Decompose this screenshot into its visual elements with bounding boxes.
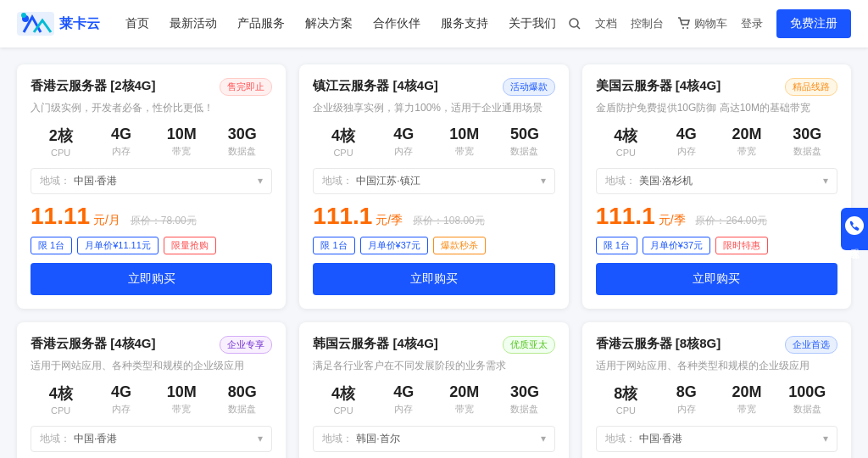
spec-item: 100G 数据盘 <box>777 383 837 416</box>
logo[interactable]: 莱卡云 <box>17 8 100 39</box>
chevron-down-icon: ▾ <box>258 175 263 187</box>
spec-value: 20M <box>716 383 776 401</box>
spec-value: 2核 <box>31 126 91 146</box>
region-label: 地域：韩国·首尔 <box>322 432 399 446</box>
price-area: 111.1 元/季 原价：264.00元 <box>596 203 837 230</box>
region-select[interactable]: 地域：韩国·首尔 ▾ <box>313 426 554 452</box>
docs-link[interactable]: 文档 <box>595 16 617 31</box>
spec-item: 4核 CPU <box>313 126 373 158</box>
chevron-down-icon: ▾ <box>541 175 546 187</box>
spec-value: 10M <box>434 126 494 143</box>
tag: 限 1台 <box>31 237 72 254</box>
register-button[interactable]: 免费注册 <box>776 9 851 38</box>
region-select[interactable]: 地域：美国·洛杉机 ▾ <box>596 168 837 194</box>
login-link[interactable]: 登录 <box>741 16 763 31</box>
region-select[interactable]: 地域：中国·香港 ▾ <box>31 168 272 194</box>
price-unit: 元/季 <box>376 213 403 226</box>
cart-icon-wrap[interactable]: 购物车 <box>677 16 727 31</box>
tag: 月单价¥37元 <box>360 237 428 254</box>
card-desc: 适用于网站应用、各种类型和规模的企业级应用 <box>596 359 837 373</box>
region-select[interactable]: 地域：中国·香港 ▾ <box>596 426 837 452</box>
nav-solutions[interactable]: 解决方案 <box>305 16 353 31</box>
card-badge: 精品线路 <box>785 78 837 96</box>
spec-label: 内存 <box>374 403 434 416</box>
spec-item: 4核 CPU <box>313 383 373 416</box>
spec-label: 带宽 <box>152 145 212 158</box>
card-title: 美国云服务器 [4核4G] <box>596 78 721 94</box>
spec-label: 内存 <box>656 145 716 158</box>
spec-value: 30G <box>212 126 272 143</box>
nav-partners[interactable]: 合作伙伴 <box>373 16 420 31</box>
nav-support[interactable]: 服务支持 <box>441 16 488 31</box>
header-right: 文档 控制台 购物车 登录 免费注册 <box>568 9 851 38</box>
tag: 限时特惠 <box>715 237 768 254</box>
spec-label: 带宽 <box>716 403 776 416</box>
nav-products[interactable]: 产品服务 <box>237 16 285 31</box>
specs-row: 2核 CPU 4G 内存 10M 带宽 30G 数据盘 <box>31 126 272 158</box>
nav-about[interactable]: 关于我们 <box>509 16 556 31</box>
chevron-down-icon: ▾ <box>541 433 546 444</box>
console-link[interactable]: 控制台 <box>631 16 664 31</box>
card-desc: 适用于网站应用、各种类型和规模的企业级应用 <box>31 359 272 373</box>
product-card-1: 香港云服务器 [2核4G]售完即止入门级实例，开发者必备，性价比更低！ 2核 C… <box>17 64 286 309</box>
header: 莱卡云 首页 最新活动 产品服务 解决方案 合作伙伴 服务支持 关于我们 文档 … <box>0 0 868 47</box>
spec-value: 10M <box>152 126 212 143</box>
spec-item: 50G 数据盘 <box>494 126 554 158</box>
logo-icon <box>17 8 54 39</box>
spec-value: 10M <box>152 383 212 401</box>
card-desc: 满足各行业客户在不同发展阶段的业务需求 <box>313 359 554 373</box>
spec-value: 4G <box>91 383 151 401</box>
spec-value: 4核 <box>31 383 91 404</box>
spec-item: 80G 数据盘 <box>212 383 272 416</box>
specs-row: 4核 CPU 4G 内存 20M 带宽 30G 数据盘 <box>313 383 554 416</box>
spec-label: CPU <box>596 405 656 416</box>
svg-point-2 <box>21 13 26 18</box>
spec-item: 4G 内存 <box>656 126 716 158</box>
buy-button[interactable]: 立即购买 <box>313 263 554 295</box>
cards-grid: 香港云服务器 [2核4G]售完即止入门级实例，开发者必备，性价比更低！ 2核 C… <box>17 64 851 458</box>
card-badge: 优质亚太 <box>503 336 555 354</box>
spec-item: 4核 CPU <box>596 126 656 158</box>
spec-value: 4核 <box>313 126 373 146</box>
card-title: 香港云服务器 [4核4G] <box>31 336 156 352</box>
product-card-5: 韩国云服务器 [4核4G]优质亚太满足各行业客户在不同发展阶段的业务需求 4核 … <box>299 322 568 458</box>
tag: 月单价¥37元 <box>643 237 710 254</box>
spec-item: 4G 内存 <box>91 126 151 158</box>
chevron-down-icon: ▾ <box>823 433 828 444</box>
spec-label: CPU <box>31 405 91 416</box>
region-select[interactable]: 地域：中国江苏·镇江 ▾ <box>313 168 554 194</box>
tags-row: 限 1台月单价¥37元爆款秒杀 <box>313 237 554 254</box>
spec-label: 带宽 <box>434 145 494 158</box>
tag: 爆款秒杀 <box>433 237 486 254</box>
specs-row: 4核 CPU 4G 内存 20M 带宽 30G 数据盘 <box>596 126 837 158</box>
product-card-2: 镇江云服务器 [4核4G]活动爆款企业级独享实例，算力100%，适用于企业通用场… <box>299 64 568 309</box>
buy-button[interactable]: 立即购买 <box>596 263 837 295</box>
card-desc: 金盾防护免费提供10G防御 高达10M的基础带宽 <box>596 101 837 115</box>
spec-value: 4G <box>656 126 716 143</box>
spec-label: CPU <box>596 148 656 158</box>
spec-value: 30G <box>494 383 554 401</box>
nav-activity[interactable]: 最新活动 <box>170 16 217 31</box>
spec-value: 30G <box>777 126 837 143</box>
region-label: 地域：中国江苏·镇江 <box>322 174 420 188</box>
spec-value: 4G <box>374 126 434 143</box>
price-area: 111.1 元/季 原价：108.00元 <box>313 203 554 230</box>
price-original: 原价：108.00元 <box>413 215 485 226</box>
nav-home[interactable]: 首页 <box>125 16 149 31</box>
online-service-widget[interactable]: 在线客服 <box>841 208 868 250</box>
region-label: 地域：中国·香港 <box>40 174 117 188</box>
region-select[interactable]: 地域：中国·香港 ▾ <box>31 426 272 452</box>
spec-label: 数据盘 <box>212 403 272 416</box>
search-icon[interactable] <box>568 17 581 31</box>
price-original: 原价：264.00元 <box>695 215 767 226</box>
product-card-3: 美国云服务器 [4核4G]精品线路金盾防护免费提供10G防御 高达10M的基础带… <box>582 64 851 309</box>
region-label: 地域：中国·香港 <box>605 432 682 446</box>
tag: 限 1台 <box>596 237 637 254</box>
spec-item: 4G 内存 <box>91 383 151 416</box>
price-unit: 元/月 <box>93 213 120 226</box>
card-title: 韩国云服务器 [4核4G] <box>313 336 438 352</box>
region-label: 地域：中国·香港 <box>40 432 117 446</box>
specs-row: 8核 CPU 8G 内存 20M 带宽 100G 数据盘 <box>596 383 837 416</box>
buy-button[interactable]: 立即购买 <box>31 263 272 295</box>
spec-label: 数据盘 <box>777 145 837 158</box>
